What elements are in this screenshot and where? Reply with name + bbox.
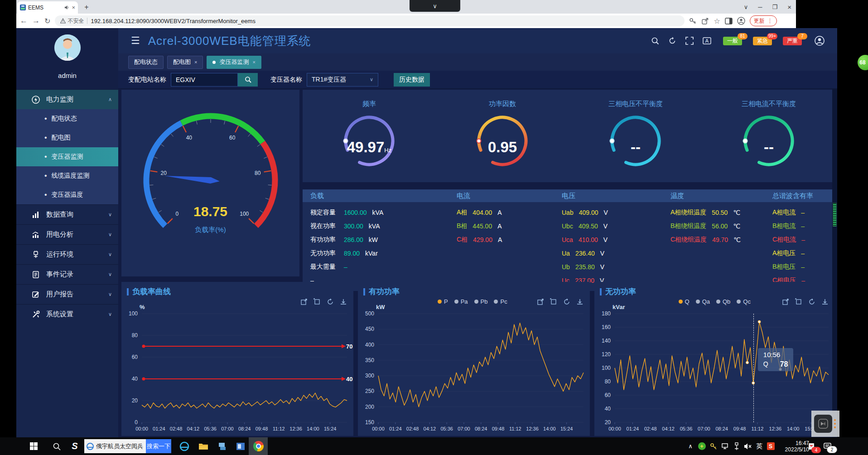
- sidebar-item-线缆温度监测[interactable]: •线缆温度监测: [16, 166, 118, 185]
- tray-sogou-icon[interactable]: S: [765, 437, 776, 455]
- alarm-badge-严重[interactable]: 严重7: [783, 37, 802, 45]
- x-tick-label: 04:12: [424, 426, 436, 431]
- chrome-update-button[interactable]: 更新 ⋮: [750, 15, 777, 26]
- tab-audio-icon[interactable]: [64, 5, 69, 10]
- page-scrollbar[interactable]: [832, 89, 837, 437]
- row-label: Ub: [562, 263, 570, 271]
- hot-search-text[interactable]: 俄宇航员太空阅兵: [96, 442, 146, 450]
- sogou-icon[interactable]: S: [67, 437, 82, 455]
- row-value: 409.00: [579, 209, 598, 216]
- tray-usb-icon[interactable]: [731, 437, 742, 455]
- sidebar-item-配电状态[interactable]: •配电状态: [16, 109, 118, 128]
- alarm-badge-紧急[interactable]: 紧急99+: [753, 37, 772, 45]
- tab-配电状态[interactable]: 配电状态: [128, 56, 164, 69]
- sidebar-item-label: 配电图: [52, 134, 71, 142]
- side-panel-icon[interactable]: [725, 18, 733, 24]
- tab-配电图[interactable]: 配电图×: [167, 56, 203, 69]
- recorder-overlay-panel[interactable]: [811, 411, 839, 437]
- avatar[interactable]: [54, 34, 81, 61]
- x-tick-label: 09:48: [733, 426, 746, 431]
- recorder-logo-icon[interactable]: [814, 415, 832, 433]
- kpi-value-number: 49.97: [347, 139, 385, 155]
- warning-triangle-icon: [60, 18, 66, 24]
- sidebar-group-电力监测[interactable]: 电力监测∧: [16, 89, 118, 109]
- fullscreen-icon[interactable]: [685, 37, 694, 45]
- x-tick-label: 01:24: [153, 426, 165, 431]
- not-secure-warning[interactable]: 不安全: [60, 17, 84, 25]
- kpi-panel: 频率49.97Hz功率因数0.95三相电压不平衡度--三相电流不平衡度--: [303, 90, 835, 182]
- alarm-badge-一般[interactable]: 一般81: [723, 37, 742, 45]
- forward-icon[interactable]: →: [32, 16, 40, 25]
- file-explorer-icon[interactable]: [195, 437, 212, 455]
- row-unit: V: [603, 236, 608, 243]
- start-button[interactable]: [26, 437, 41, 455]
- sidebar-group-运行环境[interactable]: 运行环境∨: [16, 244, 118, 264]
- sidebar-item-变压器温度[interactable]: •变压器温度: [16, 185, 118, 204]
- row-unit: kVar: [365, 250, 378, 257]
- sidebar-group-用电分析[interactable]: 用电分析∨: [16, 224, 118, 244]
- sidebar-item-变压器监测[interactable]: •变压器监测: [16, 147, 118, 166]
- ime-indicator[interactable]: 英: [754, 437, 765, 455]
- kebab-menu-icon[interactable]: ⋮: [767, 18, 773, 24]
- station-input[interactable]: EGXIV: [171, 73, 238, 87]
- close-button[interactable]: ×: [787, 3, 791, 11]
- tab-close-icon[interactable]: ×: [252, 59, 255, 65]
- floating-accelerator-ball[interactable]: 68: [858, 55, 868, 70]
- profile-icon[interactable]: [737, 17, 745, 25]
- sidebar-item-配电图[interactable]: •配电图: [16, 128, 118, 147]
- x-tick-label: 08:24: [715, 426, 728, 431]
- ie-browser-icon[interactable]: [176, 437, 193, 455]
- recorder-menu-dots[interactable]: [834, 419, 836, 428]
- search-icon[interactable]: [651, 37, 659, 45]
- history-data-button[interactable]: 历史数据: [394, 73, 430, 87]
- media-app-icon[interactable]: [233, 437, 248, 455]
- user-icon[interactable]: [815, 36, 825, 46]
- tray-message-icon[interactable]: 2: [821, 437, 835, 455]
- sidebar-group-label: 电力监测: [46, 95, 73, 104]
- transformer-select[interactable]: TR1#变压器 ∨: [307, 73, 378, 87]
- tray-volume-muted-icon[interactable]: [742, 437, 754, 455]
- screenshare-toolbar-pill[interactable]: ∨: [410, 0, 460, 12]
- tab-变压器监测[interactable]: 变压器监测×: [207, 56, 261, 69]
- sidebar-group-事件记录[interactable]: 事件记录∨: [16, 264, 118, 284]
- svg-text:80: 80: [255, 170, 261, 176]
- back-icon[interactable]: ←: [20, 16, 28, 25]
- share-icon[interactable]: [701, 17, 709, 25]
- search-now-button[interactable]: 搜索一下: [146, 439, 171, 453]
- hamburger-menu-icon[interactable]: ☰: [131, 35, 140, 47]
- tray-notification-icon[interactable]: 4: [805, 437, 819, 455]
- url-bar[interactable]: 不安全 192.168.204.112:8090/3000WEBV2/Trans…: [55, 15, 685, 26]
- tray-keys-icon[interactable]: [708, 437, 719, 455]
- reload-icon[interactable]: ↻: [44, 17, 50, 25]
- refresh-sync-icon[interactable]: [668, 37, 676, 45]
- row-label: 最大需量: [310, 263, 338, 271]
- sidebar-group-系统设置[interactable]: 系统设置∨: [16, 304, 118, 324]
- tab-close-icon[interactable]: ×: [194, 59, 197, 65]
- row-label: Uab: [562, 209, 574, 216]
- column-header-电压: 电压: [562, 189, 575, 202]
- password-key-icon[interactable]: [689, 17, 697, 25]
- bookmark-star-icon[interactable]: ☆: [714, 17, 720, 25]
- translate-icon[interactable]: A: [703, 37, 711, 45]
- row-unit: A: [498, 236, 502, 243]
- chrome-taskbar-active[interactable]: [249, 437, 268, 455]
- y-tick-label: 100: [595, 365, 611, 371]
- new-tab-button[interactable]: +: [82, 2, 92, 12]
- browser-tab[interactable]: EEMS ×: [17, 1, 78, 14]
- page-tabs: 配电状态配电图×变压器监测×: [118, 53, 837, 71]
- scrollbar-thumb[interactable]: [833, 203, 837, 227]
- taskbar-search-widget[interactable]: 俄宇航员太空阅兵搜索一下: [84, 439, 171, 453]
- main-area: ☰ Acrel-3000WEB电能管理系统 A 一般81紧急99+严重7 配电状…: [118, 28, 837, 437]
- taskbar-search-icon[interactable]: [49, 437, 64, 455]
- tab-close-icon[interactable]: ×: [72, 4, 75, 11]
- minimize-button[interactable]: ─: [758, 4, 762, 10]
- tab-search-chevron-icon[interactable]: ∨: [744, 4, 748, 10]
- tray-network-icon[interactable]: [719, 437, 731, 455]
- tray-expand-icon[interactable]: ∧: [685, 437, 696, 455]
- station-search-button[interactable]: [238, 73, 258, 87]
- restore-button[interactable]: ❐: [772, 4, 778, 10]
- sidebar-group-数据查询[interactable]: 数据查询∨: [16, 204, 118, 224]
- sidebar-group-用户报告[interactable]: 用户报告∨: [16, 284, 118, 304]
- print-tool-icon[interactable]: [214, 437, 231, 455]
- tray-accelerator-icon[interactable]: +: [696, 437, 708, 455]
